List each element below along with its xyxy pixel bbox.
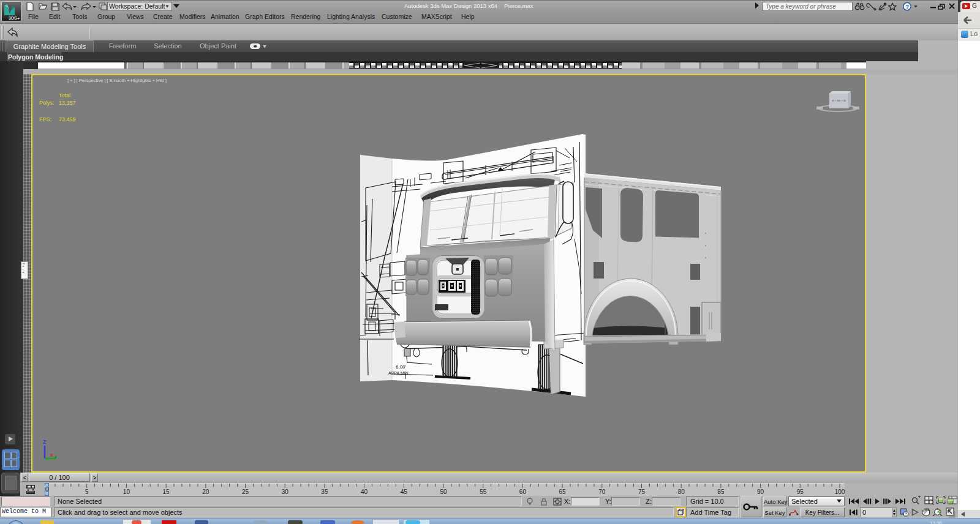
svg-text:40: 40	[361, 488, 368, 495]
svg-text:65: 65	[559, 488, 567, 495]
svg-text:5: 5	[85, 488, 89, 495]
svg-text:?: ?	[905, 3, 909, 10]
svg-text:15: 15	[163, 488, 170, 495]
svg-text:50: 50	[440, 488, 447, 495]
svg-text:55: 55	[480, 488, 487, 495]
svg-text:45: 45	[401, 488, 408, 495]
svg-text:Z: Z	[43, 439, 47, 445]
svg-text:90: 90	[757, 488, 764, 495]
svg-text:60: 60	[519, 488, 527, 495]
svg-text:30: 30	[282, 488, 289, 495]
svg-text:x: x	[50, 452, 53, 458]
svg-text:100: 100	[835, 488, 845, 495]
svg-text:80: 80	[678, 488, 685, 495]
svg-text:6.00': 6.00'	[396, 364, 407, 370]
svg-text:95: 95	[797, 488, 804, 495]
svg-text:70: 70	[598, 488, 606, 495]
svg-text:10: 10	[123, 488, 130, 495]
svg-text:25: 25	[242, 488, 249, 495]
svg-text:20: 20	[202, 488, 209, 495]
svg-text:85: 85	[717, 488, 725, 495]
svg-text:35: 35	[321, 488, 328, 495]
svg-text:75: 75	[638, 488, 646, 495]
svg-text:APPA MIN.: APPA MIN.	[388, 371, 410, 375]
